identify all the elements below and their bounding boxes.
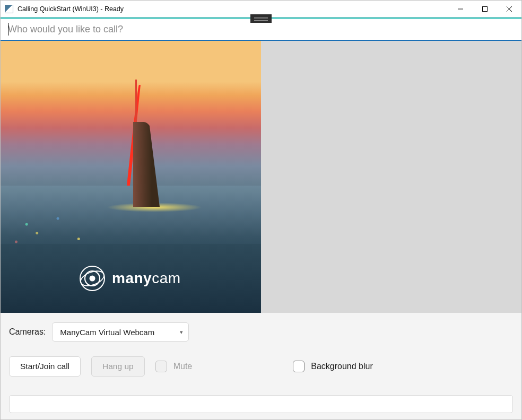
text-caret bbox=[8, 23, 8, 36]
camera-select-value: ManyCam Virtual Webcam bbox=[60, 328, 154, 337]
controls-panel: Cameras: ManyCam Virtual Webcam ▾ Start/… bbox=[1, 313, 521, 419]
remote-video-pane bbox=[261, 41, 521, 313]
minimize-button[interactable] bbox=[448, 1, 473, 17]
button-row: Start/Join call Hang up Mute Background … bbox=[9, 356, 513, 377]
mute-checkbox bbox=[155, 361, 167, 372]
minimize-icon bbox=[458, 6, 463, 12]
chevron-down-icon: ▾ bbox=[180, 329, 183, 336]
camera-row: Cameras: ManyCam Virtual Webcam ▾ bbox=[9, 322, 513, 342]
scene-tower bbox=[123, 85, 165, 207]
start-join-label: Start/Join call bbox=[20, 362, 69, 371]
close-button[interactable] bbox=[497, 1, 521, 17]
drag-grip-icon[interactable] bbox=[250, 14, 272, 23]
svg-rect-1 bbox=[483, 6, 488, 11]
status-bar bbox=[9, 395, 513, 413]
mute-label: Mute bbox=[173, 362, 193, 371]
manycam-logo-icon bbox=[79, 265, 106, 292]
camera-select[interactable]: ManyCam Virtual Webcam ▾ bbox=[52, 322, 189, 342]
app-window: Calling QuickStart (WinUI3) - Ready bbox=[0, 0, 522, 420]
close-icon bbox=[507, 6, 512, 12]
video-watermark: manycam bbox=[79, 265, 181, 292]
maximize-icon bbox=[482, 6, 488, 12]
window-controls bbox=[448, 1, 521, 17]
cameras-label: Cameras: bbox=[9, 327, 46, 337]
background-blur-label: Background blur bbox=[311, 362, 373, 371]
maximize-button[interactable] bbox=[473, 1, 497, 17]
background-blur-checkbox-group: Background blur bbox=[293, 361, 373, 372]
callee-input-row bbox=[1, 19, 521, 41]
mute-checkbox-group: Mute bbox=[155, 361, 193, 372]
start-join-call-button[interactable]: Start/Join call bbox=[9, 356, 81, 377]
hang-up-button: Hang up bbox=[91, 356, 145, 377]
svg-point-7 bbox=[90, 276, 95, 282]
hang-up-label: Hang up bbox=[102, 362, 134, 371]
app-icon bbox=[5, 5, 13, 13]
background-blur-checkbox[interactable] bbox=[293, 361, 304, 372]
video-row: manycam bbox=[1, 41, 521, 313]
window-title: Calling QuickStart (WinUI3) - Ready bbox=[18, 5, 448, 13]
local-video-pane: manycam bbox=[1, 41, 261, 313]
watermark-brand-text: manycam bbox=[112, 270, 181, 287]
